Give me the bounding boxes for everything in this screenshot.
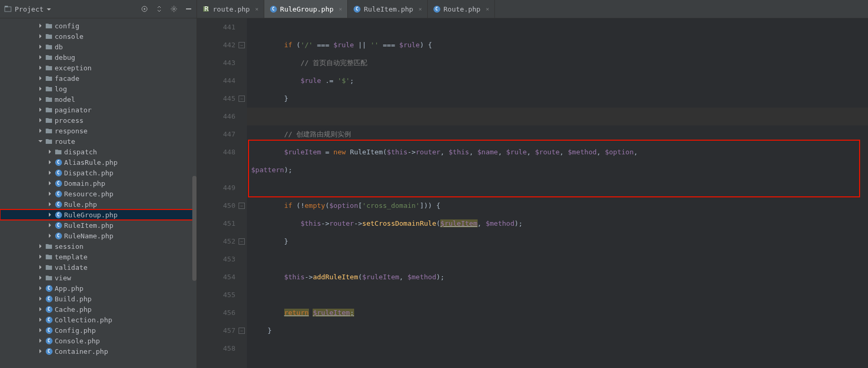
close-icon[interactable]: × xyxy=(485,6,489,13)
tree-item-Collection-php[interactable]: CCollection.php xyxy=(0,314,197,325)
expand-arrow-icon[interactable] xyxy=(38,328,43,333)
expand-arrow-icon[interactable] xyxy=(47,181,53,186)
tree-item-RuleName-php[interactable]: CRuleName.php xyxy=(0,230,197,241)
expand-arrow-icon[interactable] xyxy=(38,296,43,301)
expand-arrow-icon[interactable] xyxy=(38,244,43,249)
close-icon[interactable]: × xyxy=(339,6,343,13)
tree-item-route[interactable]: route xyxy=(0,136,197,146)
tab-RuleGroup-php[interactable]: CRuleGroup.php× xyxy=(264,0,348,18)
code-line[interactable]: } xyxy=(247,322,868,340)
expand-arrow-icon[interactable] xyxy=(38,23,43,28)
expand-arrow-icon[interactable] xyxy=(47,212,53,217)
tree-item-RuleGroup-php[interactable]: CRuleGroup.php xyxy=(0,209,197,220)
expand-arrow-icon[interactable] xyxy=(38,97,43,102)
code-editor[interactable]: −−−−− 4414424434444454464474484494504514… xyxy=(197,18,868,368)
expand-arrow-icon[interactable] xyxy=(38,55,43,60)
expand-arrow-icon[interactable] xyxy=(38,44,43,49)
tree-item-Rule-php[interactable]: CRule.php xyxy=(0,199,197,209)
tree-item-template[interactable]: template xyxy=(0,251,197,262)
expand-arrow-icon[interactable] xyxy=(38,286,43,291)
expand-arrow-icon[interactable] xyxy=(38,349,43,354)
tree-item-dispatch[interactable]: dispatch xyxy=(0,146,197,157)
expand-arrow-icon[interactable] xyxy=(38,254,43,259)
tab-RuleItem-php[interactable]: CRuleItem.php× xyxy=(348,0,428,18)
tree-item-db[interactable]: db xyxy=(0,41,197,52)
fold-icon[interactable]: − xyxy=(239,42,245,48)
code-line[interactable]: if ('/' === $rule || '' === $rule) { xyxy=(247,36,868,54)
tree-item-Config-php[interactable]: CConfig.php xyxy=(0,325,197,335)
code-line[interactable] xyxy=(247,18,868,36)
fold-icon[interactable]: − xyxy=(239,96,245,102)
expand-arrow-icon[interactable] xyxy=(47,223,53,228)
code-line[interactable]: // 首页自动完整匹配 xyxy=(247,54,868,72)
expand-arrow-icon[interactable] xyxy=(47,191,53,196)
tree-item-facade[interactable]: facade xyxy=(0,73,197,83)
project-panel-title[interactable]: Project xyxy=(4,5,51,13)
fold-icon[interactable]: − xyxy=(239,238,245,245)
expand-arrow-icon[interactable] xyxy=(38,118,43,123)
code-line[interactable] xyxy=(247,340,868,358)
tree-item-process[interactable]: process xyxy=(0,115,197,125)
expand-arrow-icon[interactable] xyxy=(47,170,53,175)
code-line[interactable]: $this->addRuleItem($ruleItem, $method); xyxy=(247,268,868,286)
project-tree[interactable]: configconsoledbdebugexceptionfacadelogmo… xyxy=(0,18,197,368)
code-line[interactable]: $this->router->setCrossDomainRule($ruleI… xyxy=(247,215,868,233)
expand-arrow-icon[interactable] xyxy=(38,86,43,91)
tree-item-exception[interactable]: exception xyxy=(0,62,197,73)
tree-item-Cache-php[interactable]: CCache.php xyxy=(0,304,197,314)
tree-item-Build-php[interactable]: CBuild.php xyxy=(0,293,197,304)
tree-item-paginator[interactable]: paginator xyxy=(0,104,197,115)
tree-item-log[interactable]: log xyxy=(0,83,197,94)
tree-item-validate[interactable]: validate xyxy=(0,262,197,272)
tree-item-Dispatch-php[interactable]: CDispatch.php xyxy=(0,167,197,178)
code-line[interactable]: } xyxy=(247,233,868,250)
expand-arrow-icon[interactable] xyxy=(38,128,43,133)
gear-icon[interactable] xyxy=(170,5,178,13)
tree-item-debug[interactable]: debug xyxy=(0,52,197,62)
tree-item-config[interactable]: config xyxy=(0,20,197,31)
hide-icon[interactable] xyxy=(185,5,192,13)
tree-item-view[interactable]: view xyxy=(0,272,197,283)
code-line[interactable]: } xyxy=(247,90,868,108)
tree-item-AliasRule-php[interactable]: CAliasRule.php xyxy=(0,157,197,167)
tab-Route-php[interactable]: CRoute.php× xyxy=(428,0,495,18)
panel-dropdown-icon[interactable] xyxy=(47,5,51,13)
code-line[interactable] xyxy=(247,108,868,125)
close-icon[interactable]: × xyxy=(418,6,422,13)
tree-item-RuleItem-php[interactable]: CRuleItem.php xyxy=(0,220,197,230)
expand-arrow-icon[interactable] xyxy=(38,265,43,270)
expand-arrow-icon[interactable] xyxy=(38,307,43,312)
close-icon[interactable]: × xyxy=(255,6,259,13)
expand-arrow-icon[interactable] xyxy=(47,202,53,207)
expand-arrow-icon[interactable] xyxy=(38,275,43,280)
expand-arrow-icon[interactable] xyxy=(47,149,53,154)
expand-icon[interactable] xyxy=(156,5,163,13)
tree-item-model[interactable]: model xyxy=(0,94,197,104)
code-area[interactable]: if ('/' === $rule || '' === $rule) { // … xyxy=(247,18,868,368)
tree-item-response[interactable]: response xyxy=(0,125,197,136)
code-line[interactable]: $rule .= '$'; xyxy=(247,72,868,90)
tree-item-Resource-php[interactable]: CResource.php xyxy=(0,188,197,199)
code-line[interactable]: return $ruleItem; xyxy=(247,304,868,322)
expand-arrow-icon[interactable] xyxy=(38,338,43,343)
code-line[interactable]: $ruleItem = new RuleItem($this->router, … xyxy=(247,143,868,179)
code-line[interactable] xyxy=(247,286,868,304)
tab-route-php[interactable]: Rroute.php× xyxy=(197,0,264,18)
expand-arrow-icon[interactable] xyxy=(38,65,43,70)
expand-arrow-icon[interactable] xyxy=(47,233,53,238)
code-line[interactable] xyxy=(247,179,868,197)
code-line[interactable]: // 创建路由规则实例 xyxy=(247,125,868,143)
tree-item-App-php[interactable]: CApp.php xyxy=(0,283,197,293)
expand-arrow-icon[interactable] xyxy=(38,139,43,144)
expand-arrow-icon[interactable] xyxy=(38,34,43,39)
code-line[interactable]: if (!empty($option['cross_domain'])) { xyxy=(247,197,868,215)
fold-icon[interactable]: − xyxy=(239,203,245,209)
tree-item-Container-php[interactable]: CContainer.php xyxy=(0,346,197,356)
expand-arrow-icon[interactable] xyxy=(38,76,43,81)
tree-item-console[interactable]: console xyxy=(0,31,197,41)
tree-item-session[interactable]: session xyxy=(0,241,197,251)
target-icon[interactable] xyxy=(141,5,148,13)
expand-arrow-icon[interactable] xyxy=(47,160,53,165)
expand-arrow-icon[interactable] xyxy=(38,107,43,112)
tree-item-Console-php[interactable]: CConsole.php xyxy=(0,335,197,346)
